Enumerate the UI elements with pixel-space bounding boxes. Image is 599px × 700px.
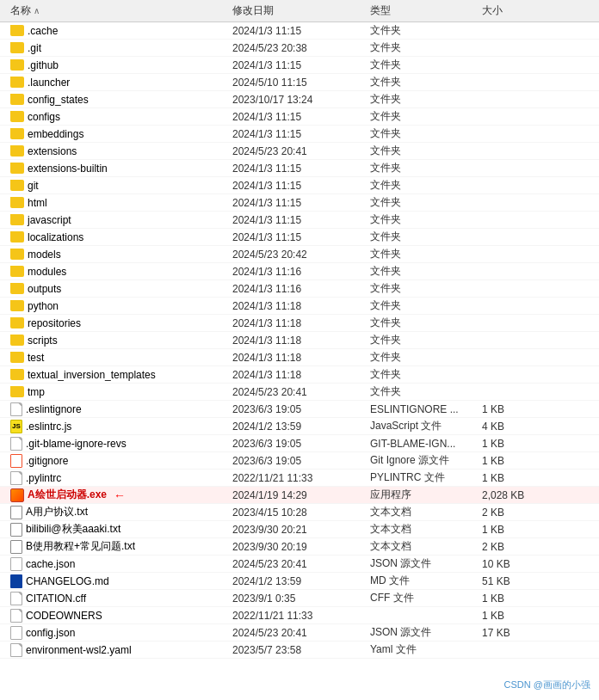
- table-row[interactable]: outputs2024/1/3 11:16文件夹: [0, 280, 599, 298]
- file-size-cell: 2,028 KB: [482, 489, 542, 501]
- table-row[interactable]: .gitignore2023/6/3 19:05Git Ignore 源文件1 …: [0, 452, 599, 470]
- table-row[interactable]: environment-wsl2.yaml2023/5/7 23:58Yaml …: [0, 642, 599, 659]
- table-row[interactable]: tmp2024/5/23 20:41文件夹: [0, 384, 599, 401]
- file-date-cell: 2023/5/7 23:58: [232, 644, 370, 656]
- file-name-text: .gitignore: [26, 455, 68, 467]
- col-date-header[interactable]: 修改日期: [232, 3, 370, 18]
- file-name-text: html: [28, 197, 47, 209]
- table-row[interactable]: .git-blame-ignore-revs2023/6/3 19:05GIT-…: [0, 435, 599, 452]
- file-date-cell: 2024/5/23 20:41: [232, 386, 370, 398]
- file-type-cell: Yaml 文件: [370, 642, 482, 657]
- file-name-cell: CITATION.cff: [0, 592, 232, 605]
- file-date-cell: 2024/5/23 20:42: [232, 249, 370, 261]
- table-row[interactable]: CODEOWNERS2022/11/21 11:331 KB: [0, 607, 599, 624]
- file-name-cell: environment-wsl2.yaml: [0, 643, 232, 657]
- table-row[interactable]: test2024/1/3 11:18文件夹: [0, 349, 599, 366]
- file-name-cell: extensions: [0, 145, 232, 157]
- table-row[interactable]: textual_inversion_templates2024/1/3 11:1…: [0, 366, 599, 384]
- file-name-text: .pylintrc: [26, 472, 61, 484]
- table-row[interactable]: embeddings2024/1/3 11:15文件夹: [0, 126, 599, 143]
- folder-icon: [10, 111, 24, 122]
- file-type-cell: JSON 源文件: [370, 556, 482, 571]
- table-row[interactable]: .pylintrc2022/11/21 11:33PYLINTRC 文件1 KB: [0, 470, 599, 487]
- file-name-cell: .github: [0, 59, 232, 71]
- table-row[interactable]: models2024/5/23 20:42文件夹: [0, 246, 599, 263]
- file-date-cell: 2023/6/3 19:05: [232, 403, 370, 415]
- table-row[interactable]: CHANGELOG.md2024/1/2 13:59MD 文件51 KB: [0, 573, 599, 590]
- file-name-cell: .git: [0, 42, 232, 54]
- file-explorer[interactable]: 名称 ∧ 修改日期 类型 大小 .cache2024/1/3 11:15文件夹.…: [0, 0, 599, 700]
- file-size-cell: 4 KB: [482, 421, 542, 433]
- folder-icon: [10, 386, 24, 397]
- table-row[interactable]: configs2024/1/3 11:15文件夹: [0, 108, 599, 126]
- file-icon: [10, 592, 22, 605]
- table-row[interactable]: .cache2024/1/3 11:15文件夹: [0, 22, 599, 40]
- table-row[interactable]: bilibili@秋美aaaki.txt2023/9/30 20:21文本文档1…: [0, 521, 599, 538]
- table-row[interactable]: localizations2024/1/3 11:15文件夹: [0, 229, 599, 246]
- file-date-cell: 2024/5/23 20:41: [232, 558, 370, 570]
- gitignore-icon: [10, 454, 22, 468]
- file-date-cell: 2023/10/17 13:24: [232, 94, 370, 106]
- file-date-cell: 2024/1/3 11:15: [232, 163, 370, 175]
- table-row[interactable]: .eslintignore2023/6/3 19:05ESLINTIGNORE …: [0, 401, 599, 418]
- file-name-cell: .git-blame-ignore-revs: [0, 437, 232, 451]
- file-name-text: B使用教程+常见问题.txt: [26, 539, 135, 554]
- file-type-cell: 文本文档: [370, 522, 482, 537]
- file-name-cell: tmp: [0, 386, 232, 398]
- table-row[interactable]: extensions2024/5/23 20:41文件夹: [0, 143, 599, 160]
- table-row[interactable]: .git2024/5/23 20:38文件夹: [0, 40, 599, 57]
- table-row[interactable]: repositories2024/1/3 11:18文件夹: [0, 315, 599, 332]
- file-name-text: .github: [28, 59, 59, 71]
- file-icon: [10, 609, 22, 623]
- file-date-cell: 2023/6/3 19:05: [232, 438, 370, 450]
- file-date-cell: 2024/1/3 11:15: [232, 128, 370, 140]
- folder-icon: [10, 249, 24, 260]
- table-row[interactable]: html2024/1/3 11:15文件夹: [0, 194, 599, 212]
- file-type-cell: 文件夹: [370, 109, 482, 124]
- table-row[interactable]: git2024/1/3 11:15文件夹: [0, 177, 599, 194]
- table-row[interactable]: A用户协议.txt2023/4/15 10:28文本文档2 KB: [0, 504, 599, 521]
- col-name-header[interactable]: 名称 ∧: [0, 3, 232, 18]
- folder-icon: [10, 180, 24, 191]
- table-row[interactable]: python2024/1/3 11:18文件夹: [0, 298, 599, 315]
- file-type-cell: JSON 源文件: [370, 625, 482, 640]
- file-type-cell: 文件夹: [370, 92, 482, 107]
- table-row[interactable]: B使用教程+常见问题.txt2023/9/30 20:19文本文档2 KB: [0, 538, 599, 556]
- file-name-text: javascript: [28, 214, 71, 226]
- table-row[interactable]: javascript2024/1/3 11:15文件夹: [0, 212, 599, 229]
- table-row[interactable]: scripts2024/1/3 11:18文件夹: [0, 332, 599, 349]
- file-name-text: .launcher: [28, 77, 70, 89]
- table-row[interactable]: .github2024/1/3 11:15文件夹: [0, 57, 599, 74]
- file-name-cell: repositories: [0, 317, 232, 329]
- table-row[interactable]: config_states2023/10/17 13:24文件夹: [0, 91, 599, 108]
- table-row[interactable]: .launcher2024/5/10 11:15文件夹: [0, 74, 599, 91]
- file-type-cell: 文件夹: [370, 195, 482, 210]
- file-name-cell: .cache: [0, 25, 232, 37]
- table-row[interactable]: cache.json2024/5/23 20:41JSON 源文件10 KB: [0, 556, 599, 573]
- col-type-header[interactable]: 类型: [370, 3, 482, 18]
- file-name-text: configs: [28, 111, 60, 123]
- js-icon: JS: [10, 420, 22, 433]
- file-type-cell: PYLINTRC 文件: [370, 470, 482, 485]
- table-row[interactable]: CITATION.cff2023/9/1 0:35CFF 文件1 KB: [0, 590, 599, 607]
- file-size-cell: 1 KB: [482, 438, 542, 450]
- table-row[interactable]: modules2024/1/3 11:16文件夹: [0, 263, 599, 280]
- file-name-cell: .launcher: [0, 77, 232, 89]
- file-date-cell: 2022/11/21 11:33: [232, 610, 370, 622]
- table-row[interactable]: JS.eslintrc.js2024/1/2 13:59JavaScript 文…: [0, 418, 599, 435]
- file-size-cell: 1 KB: [482, 524, 542, 536]
- file-date-cell: 2024/1/3 11:18: [232, 352, 370, 364]
- file-date-cell: 2024/1/3 11:16: [232, 283, 370, 295]
- txt-icon: [10, 506, 22, 519]
- file-name-cell: .eslintignore: [0, 402, 232, 416]
- file-name-cell: A用户协议.txt: [0, 505, 232, 519]
- table-row[interactable]: A绘世启动器.exe←2024/1/19 14:29应用程序2,028 KB: [0, 487, 599, 504]
- file-type-cell: 文件夹: [370, 350, 482, 365]
- col-size-header[interactable]: 大小: [482, 3, 542, 18]
- file-name-cell: html: [0, 197, 232, 209]
- file-name-cell: configs: [0, 111, 232, 123]
- file-name-cell: javascript: [0, 214, 232, 226]
- table-row[interactable]: extensions-builtin2024/1/3 11:15文件夹: [0, 160, 599, 177]
- table-row[interactable]: config.json2024/5/23 20:41JSON 源文件17 KB: [0, 624, 599, 642]
- watermark: CSDN @画画的小强: [504, 679, 590, 691]
